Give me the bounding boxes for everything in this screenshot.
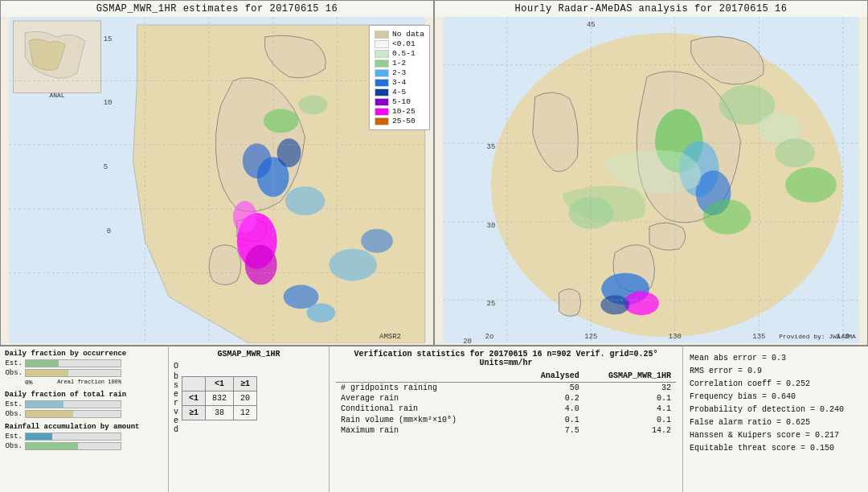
verif-label-0: # gridpoints raining	[336, 383, 523, 394]
svg-point-39	[785, 167, 837, 203]
right-map-area: 45 35 30 25 20 125 130 135 140 2o Provid…	[435, 17, 867, 343]
verif-val1-0: 50	[523, 383, 584, 394]
svg-point-13	[299, 96, 328, 115]
verif-row-4: Maximum rain 7.5 14.2	[336, 425, 676, 436]
legend-label-10: 10-25	[392, 107, 416, 116]
cont-cell-10: 38	[206, 405, 234, 420]
cont-header-row: <1 ≥1	[182, 376, 257, 391]
cont-col1-header: <1	[206, 376, 234, 391]
bar-fill-est1	[26, 360, 59, 367]
stat-line-6: Hanssen & Kuipers score = 0.217	[690, 430, 862, 441]
bar-row-obs3: Obs.	[5, 442, 163, 450]
right-map-svg: 45 35 30 25 20 125 130 135 140 2o Provid…	[435, 17, 867, 343]
verif-col2-header: GSMAP_MWR_1HR	[584, 371, 676, 383]
stat-line-3: Frequency bias = 0.640	[690, 392, 862, 403]
right-map-panel: Hourly Radar-AMeDAS analysis for 2017061…	[434, 0, 868, 346]
bar-axis1: 0% Areal fraction 100%	[25, 379, 121, 386]
bar-row-est3: Est.	[5, 433, 163, 441]
svg-text:2o: 2o	[485, 333, 494, 341]
legend-color-001	[375, 40, 389, 48]
verif-val2-0: 32	[584, 383, 676, 394]
svg-text:25: 25	[487, 300, 496, 308]
svg-point-8	[277, 138, 301, 167]
svg-text:0: 0	[107, 228, 111, 236]
bar-fill-est3	[26, 433, 52, 440]
cont-cell-00: 832	[206, 391, 234, 405]
legend-label-2: 2-3	[392, 68, 406, 77]
est-label2: Est.	[5, 400, 23, 408]
svg-point-15	[329, 249, 377, 281]
stat-line-1: RMS error = 0.9	[690, 366, 862, 377]
svg-text:10: 10	[104, 99, 113, 107]
svg-text:AMSR2: AMSR2	[379, 333, 401, 341]
svg-point-38	[775, 138, 815, 167]
legend-color-nodata	[375, 31, 389, 39]
bar-fill-obs1	[26, 370, 68, 376]
verif-label-1: Average rain	[336, 393, 523, 404]
verif-col1-header: Analysed	[523, 371, 584, 383]
cont-wrapper: O b s e r v e d <1 ≥1	[174, 362, 324, 434]
axis-left1: 0%	[25, 379, 33, 386]
legend-label-3: 3-4	[392, 78, 406, 87]
legend-item-25: 25-50	[375, 117, 424, 125]
svg-point-14	[285, 187, 326, 215]
bar-row-obs1: Obs.	[5, 369, 163, 377]
bar-container-est1	[25, 359, 121, 367]
contingency-section: GSMAP_MWR_1HR O b s e r v e d <1	[169, 346, 330, 492]
bar-fill-obs2	[26, 411, 73, 417]
bar-container-obs3	[25, 442, 121, 450]
legend-label-4: 4-5	[392, 88, 406, 96]
legend-color-4	[375, 88, 389, 96]
chart2-title: Daily fraction of total rain	[5, 391, 163, 399]
verif-title: Verification statistics for 20170615 16 …	[336, 350, 676, 367]
est-label1: Est.	[5, 359, 23, 367]
cont-row2: ≥1 38 12	[182, 405, 257, 420]
legend-item-4: 4-5	[375, 88, 424, 96]
verif-val2-3: 0.1	[584, 414, 676, 425]
obs-label2: Obs.	[5, 410, 23, 418]
bar-row-obs2: Obs.	[5, 410, 163, 418]
cont-row1-header: <1	[182, 391, 206, 405]
verif-header-row: Analysed GSMAP_MWR_1HR	[336, 371, 676, 383]
right-map-title: Hourly Radar-AMeDAS analysis for 2017061…	[435, 1, 867, 17]
svg-text:5: 5	[104, 163, 108, 171]
legend-item-05: 0.5-1	[375, 49, 424, 58]
stats-section: Mean abs error = 0.3 RMS error = 0.9 Cor…	[683, 346, 868, 492]
legend-label-1: 1-2	[392, 59, 406, 68]
verif-table: Analysed GSMAP_MWR_1HR # gridpoints rain…	[336, 371, 676, 436]
svg-point-12	[264, 109, 299, 133]
legend-color-5	[375, 98, 389, 106]
cont-row2-header: ≥1	[182, 405, 206, 420]
legend-item-5: 5-10	[375, 97, 424, 106]
svg-text:Provided by: JWA/JMA: Provided by: JWA/JMA	[779, 333, 856, 340]
verif-row-1: Average rain 0.2 0.1	[336, 393, 676, 404]
svg-text:30: 30	[487, 222, 496, 230]
obs-label1: Obs.	[5, 369, 23, 377]
contingency-table: <1 ≥1 <1 832 20 ≥1 38 12	[182, 376, 257, 420]
legend-item-2: 2-3	[375, 68, 424, 77]
verif-val2-2: 4.1	[584, 404, 676, 414]
verif-val1-2: 4.0	[523, 404, 584, 414]
legend-item-001: <0.01	[375, 39, 424, 48]
main-container: GSMAP_MWR_1HR estimates for 20170615 16 …	[0, 0, 868, 492]
svg-point-11	[306, 303, 335, 322]
svg-text:15: 15	[104, 35, 113, 43]
cont-row1: <1 832 20	[182, 391, 257, 405]
svg-text:35: 35	[487, 143, 496, 151]
bar-container-obs2	[25, 410, 121, 418]
legend-color-10	[375, 108, 389, 116]
observed-label: b	[174, 372, 178, 381]
verif-label-4: Maximum rain	[336, 425, 523, 436]
verif-label-2: Conditional rain	[336, 404, 523, 414]
legend-label-5: 5-10	[392, 97, 411, 106]
obs-label3: Obs.	[5, 442, 23, 450]
est-label3: Est.	[5, 433, 23, 441]
legend-color-3	[375, 79, 389, 87]
svg-text:125: 125	[584, 333, 597, 341]
verif-val2-4: 14.2	[584, 425, 676, 436]
svg-point-5	[245, 245, 277, 285]
bar-fill-obs3	[26, 443, 78, 449]
verif-row-0: # gridpoints raining 50 32	[336, 383, 676, 394]
svg-text:20: 20	[463, 338, 472, 343]
verif-row-2: Conditional rain 4.0 4.1	[336, 404, 676, 414]
